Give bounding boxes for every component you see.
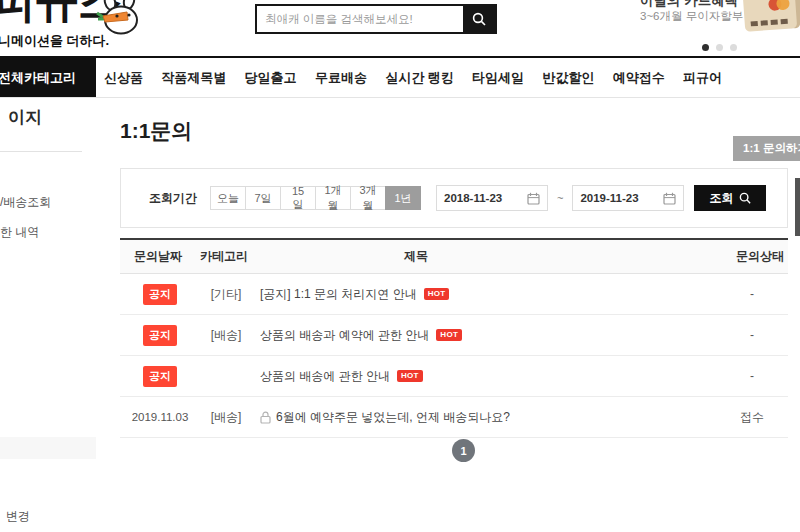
page-title: 1:1문의 bbox=[120, 117, 192, 145]
carousel-dot[interactable] bbox=[730, 44, 737, 51]
inquiry-category: [기타] bbox=[200, 286, 252, 303]
nav-item[interactable]: 피규어 bbox=[683, 69, 722, 87]
carousel-dot[interactable] bbox=[716, 44, 723, 51]
table-header: 문의날짜 카테고리 제목 문의상태 bbox=[120, 240, 788, 274]
sidebar-item-history[interactable]: 한 내역 bbox=[0, 224, 39, 241]
inquiry-status: - bbox=[716, 287, 788, 301]
date-range-separator: ~ bbox=[557, 192, 563, 204]
date-from-input[interactable]: 2018-11-23 bbox=[436, 185, 548, 211]
col-header-date: 문의날짜 bbox=[134, 240, 182, 273]
inquiry-status: - bbox=[716, 369, 788, 383]
row-title-cell: 상품의 배송에 관한 안내 HOT bbox=[252, 368, 716, 385]
notice-badge: 공지 bbox=[143, 284, 177, 305]
calendar-icon[interactable] bbox=[663, 192, 676, 205]
inquiry-title[interactable]: 6월에 예약주문 넣었는데, 언제 배송되나요? bbox=[276, 409, 510, 426]
filter-label: 조회기간 bbox=[149, 190, 197, 207]
col-header-title: 제목 bbox=[404, 240, 428, 273]
sidebar-active-item[interactable] bbox=[0, 437, 96, 459]
sidebar-divider bbox=[0, 151, 82, 152]
pagination-page-1[interactable]: 1 bbox=[452, 439, 475, 462]
sidebar-item-change[interactable]: 변경 bbox=[6, 508, 30, 525]
main-nav: 전체카테고리 신상품작품제목별당일출고무료배송실시간 랭킹타임세일반값할인예약접… bbox=[0, 56, 800, 98]
inquiry-title[interactable]: 상품의 배송과 예약에 관한 안내 bbox=[260, 327, 429, 344]
hot-badge: HOT bbox=[397, 370, 423, 382]
nav-item[interactable]: 실시간 랭킹 bbox=[385, 69, 454, 87]
search-button[interactable] bbox=[463, 6, 495, 32]
row-title-cell: 6월에 예약주문 넣었는데, 언제 배송되나요? bbox=[252, 409, 716, 426]
period-button[interactable]: 1개월 bbox=[315, 186, 351, 210]
card-benefit-banner-subtitle: 3~6개월 무이자할부 bbox=[640, 9, 743, 24]
period-buttons: 오늘7일15일1개월3개월1년 bbox=[211, 186, 421, 210]
lock-icon bbox=[260, 411, 271, 424]
inquiry-status: - bbox=[716, 328, 788, 342]
date-to-value: 2019-11-23 bbox=[580, 192, 638, 204]
date-to-input[interactable]: 2019-11-23 bbox=[572, 185, 684, 211]
table-row: 공지 [배송] 상품의 배송과 예약에 관한 안내 HOT - bbox=[120, 315, 788, 356]
carousel-dot[interactable] bbox=[702, 44, 709, 51]
period-button[interactable]: 7일 bbox=[245, 186, 281, 210]
table-row: 공지 [기타] [공지] 1:1 문의 처리지연 안내 HOT - bbox=[120, 274, 788, 315]
sidebar-title: 이지 bbox=[8, 106, 42, 129]
inquiry-category: [배송] bbox=[200, 409, 252, 426]
col-header-category: 카테고리 bbox=[200, 240, 248, 273]
nav-item[interactable]: 작품제목별 bbox=[161, 69, 226, 87]
lookup-button[interactable]: 조회 bbox=[694, 185, 766, 211]
hot-badge: HOT bbox=[424, 288, 450, 300]
inquiry-table: 문의날짜 카테고리 제목 문의상태 공지 [기타] [공지] 1:1 문의 처리… bbox=[120, 238, 788, 438]
scrollbar-thumb[interactable] bbox=[795, 178, 800, 236]
row-title-cell: 상품의 배송과 예약에 관한 안내 HOT bbox=[252, 327, 716, 344]
row-date-cell: 공지 bbox=[120, 325, 200, 346]
sidebar-item-delivery-lookup[interactable]: /배송조회 bbox=[0, 194, 51, 211]
inquiry-title[interactable]: [공지] 1:1 문의 처리지연 안내 bbox=[260, 286, 417, 303]
search-icon bbox=[739, 192, 751, 204]
col-header-status: 문의상태 bbox=[736, 240, 784, 273]
search-period-filter: 조회기간 오늘7일15일1개월3개월1년 2018-11-23 ~ 2019-1… bbox=[120, 168, 788, 228]
hot-badge: HOT bbox=[436, 329, 462, 341]
nav-item[interactable]: 반값할인 bbox=[542, 69, 594, 87]
nav-item[interactable]: 예약접수 bbox=[613, 69, 665, 87]
write-inquiry-button[interactable]: 1:1 문의하기 bbox=[733, 136, 800, 161]
table-body: 공지 [기타] [공지] 1:1 문의 처리지연 안내 HOT - 공지 [배송… bbox=[120, 274, 788, 438]
notice-badge: 공지 bbox=[143, 325, 177, 346]
inquiry-category: [배송] bbox=[200, 327, 252, 344]
nav-item[interactable]: 신상품 bbox=[104, 69, 143, 87]
row-title-cell: [공지] 1:1 문의 처리지연 안내 HOT bbox=[252, 286, 716, 303]
nav-item[interactable]: 당일출고 bbox=[245, 69, 297, 87]
credit-cards-icon bbox=[742, 0, 800, 34]
inquiry-title[interactable]: 상품의 배송에 관한 안내 bbox=[260, 368, 390, 385]
nav-item[interactable]: 무료배송 bbox=[315, 69, 367, 87]
search-input[interactable] bbox=[257, 6, 463, 32]
inquiry-date: 2019.11.03 bbox=[132, 411, 189, 423]
inquiry-status: 접수 bbox=[716, 409, 788, 426]
calendar-icon[interactable] bbox=[527, 192, 540, 205]
table-row: 2019.11.03 [배송] 6월에 예약주문 넣었는데, 언제 배송되나요?… bbox=[120, 397, 788, 438]
period-button[interactable]: 오늘 bbox=[210, 186, 246, 210]
date-from-value: 2018-11-23 bbox=[444, 192, 502, 204]
period-button[interactable]: 1년 bbox=[385, 186, 421, 210]
slogan: 니메이션을 더하다. bbox=[0, 32, 109, 50]
banner-carousel-dots[interactable] bbox=[702, 44, 737, 51]
notice-badge: 공지 bbox=[143, 366, 177, 387]
all-categories-button[interactable]: 전체카테고리 bbox=[0, 58, 96, 97]
table-row: 공지 상품의 배송에 관한 안내 HOT - bbox=[120, 356, 788, 397]
row-date-cell: 공지 bbox=[120, 366, 200, 387]
row-date-cell: 2019.11.03 bbox=[120, 411, 200, 423]
nav-item[interactable]: 타임세일 bbox=[472, 69, 524, 87]
row-date-cell: 공지 bbox=[120, 284, 200, 305]
lookup-button-label: 조회 bbox=[709, 190, 733, 207]
page: 피규즈 니메이션을 더하다. 이달의 카드혜택 3~6개월 무이자할부 bbox=[0, 0, 800, 532]
search-icon bbox=[472, 12, 486, 26]
period-button[interactable]: 3개월 bbox=[350, 186, 386, 210]
search-bar bbox=[255, 4, 497, 34]
period-button[interactable]: 15일 bbox=[280, 186, 316, 210]
nav-items: 신상품작품제목별당일출고무료배송실시간 랭킹타임세일반값할인예약접수피규어 bbox=[104, 58, 722, 97]
